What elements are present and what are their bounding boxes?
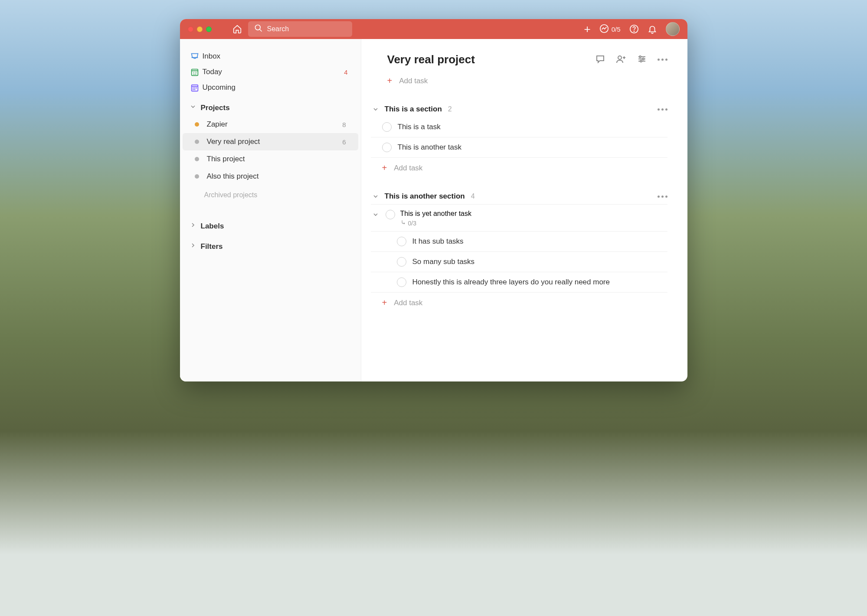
sidebar-projects-header[interactable]: Projects bbox=[180, 95, 361, 116]
window-close-button[interactable] bbox=[188, 26, 193, 32]
titlebar: + 0/5 bbox=[180, 19, 687, 39]
subtask-row[interactable]: It has sub tasks bbox=[371, 231, 667, 251]
subtask-icon bbox=[400, 219, 406, 227]
svg-text:12: 12 bbox=[193, 72, 197, 75]
task-row[interactable]: This is yet another task 0/3 bbox=[371, 205, 667, 231]
task-title: Honestly this is already three layers do… bbox=[412, 278, 610, 287]
main-content: Very real project + bbox=[361, 39, 687, 381]
svg-line-1 bbox=[259, 29, 262, 32]
page-title: Very real project bbox=[387, 53, 475, 66]
chevron-right-icon bbox=[190, 222, 196, 231]
chevron-down-icon[interactable] bbox=[371, 211, 380, 218]
inbox-icon bbox=[190, 52, 200, 61]
task-title: So many sub tasks bbox=[412, 257, 475, 266]
section-more-icon[interactable] bbox=[658, 196, 667, 198]
sidebar-item-today[interactable]: 12 Today 4 bbox=[180, 64, 361, 80]
sidebar-upcoming-label: Upcoming bbox=[203, 83, 236, 92]
sidebar-today-label: Today bbox=[203, 68, 222, 76]
section-more-icon[interactable] bbox=[658, 108, 667, 111]
sidebar-project-this[interactable]: This project bbox=[183, 150, 358, 168]
comments-icon[interactable] bbox=[595, 54, 605, 66]
subtask-row[interactable]: Honestly this is already three layers do… bbox=[371, 272, 667, 292]
task-checkbox[interactable] bbox=[386, 210, 395, 219]
task-title: This is yet another task bbox=[400, 210, 472, 218]
task-checkbox[interactable] bbox=[382, 122, 392, 132]
sidebar-item-upcoming[interactable]: Upcoming bbox=[180, 80, 361, 95]
task-checkbox[interactable] bbox=[397, 277, 406, 287]
chevron-down-icon bbox=[190, 103, 196, 112]
view-options-icon[interactable] bbox=[637, 54, 647, 66]
task-row[interactable]: This is a task bbox=[371, 117, 667, 137]
titlebar-left bbox=[217, 21, 352, 37]
add-task-label: Add task bbox=[394, 164, 422, 173]
search-icon bbox=[254, 24, 263, 34]
sidebar-item-inbox[interactable]: Inbox bbox=[180, 49, 361, 64]
project-name: Also this project bbox=[207, 172, 259, 181]
window-minimize-button[interactable] bbox=[197, 26, 203, 32]
sidebar-project-zapier[interactable]: Zapier 8 bbox=[183, 116, 358, 133]
upcoming-icon bbox=[190, 83, 200, 92]
add-task-section-1[interactable]: + Add task bbox=[371, 160, 667, 176]
notifications-icon[interactable] bbox=[648, 24, 657, 34]
task-row[interactable]: This is another task bbox=[371, 137, 667, 158]
menu-icon[interactable] bbox=[217, 26, 226, 32]
add-task-label: Add task bbox=[399, 77, 428, 85]
subtask-progress-text: 0/3 bbox=[408, 220, 416, 227]
subtask-progress: 0/3 bbox=[400, 219, 472, 227]
traffic-lights bbox=[188, 26, 212, 32]
sidebar-today-count: 4 bbox=[344, 68, 347, 76]
plus-icon: + bbox=[382, 163, 387, 173]
sidebar-project-also-this[interactable]: Also this project bbox=[183, 168, 358, 185]
sidebar-project-very-real[interactable]: Very real project 6 bbox=[183, 133, 358, 150]
window-maximize-button[interactable] bbox=[206, 26, 212, 32]
section-name: This is a section bbox=[385, 105, 442, 114]
help-icon[interactable] bbox=[629, 24, 639, 34]
share-icon[interactable] bbox=[616, 54, 626, 66]
productivity-icon bbox=[599, 24, 609, 35]
add-task-top[interactable]: + Add task bbox=[381, 72, 667, 89]
project-count: 6 bbox=[342, 138, 346, 146]
task-checkbox[interactable] bbox=[397, 257, 406, 267]
svg-point-0 bbox=[255, 25, 260, 30]
search-box[interactable] bbox=[248, 21, 352, 37]
svg-point-21 bbox=[639, 56, 641, 58]
sidebar: Inbox 12 Today 4 Upcoming Projects bbox=[180, 39, 361, 381]
svg-point-22 bbox=[642, 58, 644, 60]
section-1: This is a section 2 This is a task This … bbox=[371, 102, 667, 176]
section-count: 2 bbox=[448, 105, 452, 113]
sidebar-filters-header[interactable]: Filters bbox=[180, 234, 361, 254]
sidebar-projects-label: Projects bbox=[201, 104, 230, 112]
sidebar-labels-label: Labels bbox=[201, 222, 224, 231]
add-task-section-2[interactable]: + Add task bbox=[371, 294, 667, 311]
section-2-header[interactable]: This is another section 4 bbox=[371, 189, 667, 204]
app-window: + 0/5 Inbox bbox=[180, 19, 687, 381]
more-options-icon[interactable] bbox=[658, 59, 667, 61]
svg-point-23 bbox=[640, 60, 642, 62]
chevron-down-icon bbox=[371, 106, 380, 113]
productivity-button[interactable]: 0/5 bbox=[599, 24, 621, 35]
section-count: 4 bbox=[471, 192, 475, 200]
task-checkbox[interactable] bbox=[397, 237, 406, 246]
svg-point-15 bbox=[618, 56, 622, 59]
quick-add-icon[interactable]: + bbox=[584, 23, 590, 35]
main-header: Very real project bbox=[381, 53, 667, 66]
sidebar-labels-header[interactable]: Labels bbox=[180, 214, 361, 234]
section-1-header[interactable]: This is a section 2 bbox=[371, 102, 667, 117]
today-icon: 12 bbox=[190, 67, 200, 77]
svg-point-4 bbox=[634, 31, 634, 31]
chevron-down-icon bbox=[371, 193, 380, 200]
plus-icon: + bbox=[382, 298, 387, 308]
task-checkbox[interactable] bbox=[382, 143, 392, 152]
sidebar-archived-label: Archived projects bbox=[204, 191, 258, 199]
avatar[interactable] bbox=[666, 22, 680, 36]
subtask-row[interactable]: So many sub tasks bbox=[371, 251, 667, 272]
home-icon[interactable] bbox=[232, 24, 242, 34]
chevron-right-icon bbox=[190, 242, 196, 251]
search-input[interactable] bbox=[267, 25, 346, 33]
task-title: It has sub tasks bbox=[412, 237, 464, 246]
plus-icon: + bbox=[387, 76, 393, 86]
add-task-label: Add task bbox=[394, 299, 422, 307]
section-2: This is another section 4 This is yet an… bbox=[371, 189, 667, 311]
project-color-dot bbox=[195, 122, 199, 127]
sidebar-archived-projects[interactable]: Archived projects bbox=[180, 185, 361, 205]
